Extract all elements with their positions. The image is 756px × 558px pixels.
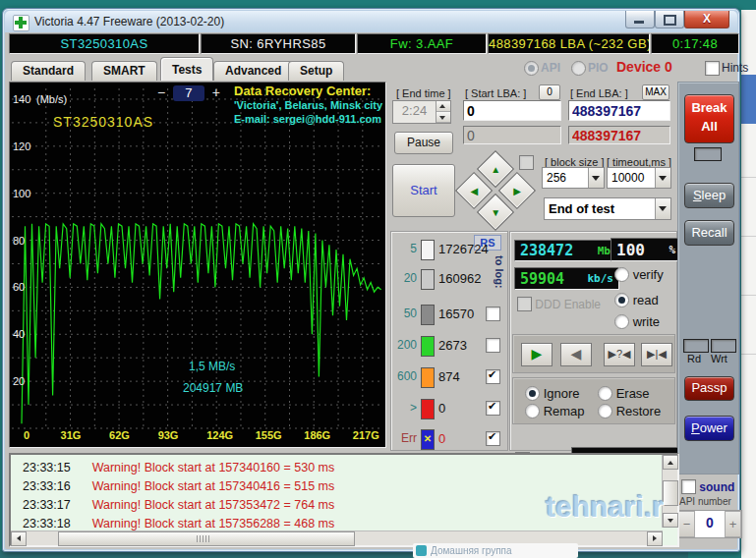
wrt-led bbox=[711, 339, 736, 353]
latency-stats-panel: RS to log: 51726724201609625016570200267… bbox=[390, 231, 508, 451]
api-number-spinner: − 0 + bbox=[677, 510, 742, 538]
maximize-button[interactable] bbox=[655, 11, 684, 28]
x-tick-label: 31G bbox=[61, 429, 82, 441]
scroll-right-icon[interactable] bbox=[647, 531, 663, 546]
tab-advanced[interactable]: Advanced bbox=[213, 61, 293, 81]
to-log-checkbox[interactable] bbox=[486, 307, 500, 321]
hints-checkbox[interactable] bbox=[705, 61, 720, 76]
to-log-checkbox[interactable] bbox=[486, 338, 500, 353]
mode-radio-read[interactable] bbox=[614, 293, 629, 307]
play-button[interactable]: ▶ bbox=[521, 343, 552, 366]
minimize-button[interactable] bbox=[625, 11, 655, 28]
x-tick-label: 155G bbox=[256, 429, 282, 441]
api-radio[interactable] bbox=[524, 61, 539, 76]
window-content: ST3250310AS SN: 6RYHRS85 Fw: 3.AAF 48839… bbox=[5, 32, 737, 549]
log-message: Warning! Block start at 157356288 = 468 … bbox=[92, 517, 335, 530]
reverse-button[interactable]: ◀ bbox=[560, 343, 592, 366]
end-lba-max-button[interactable]: MAX bbox=[642, 84, 669, 100]
scroll-down-icon[interactable] bbox=[663, 513, 678, 528]
current-lba-field bbox=[463, 126, 561, 144]
latency-threshold-label: 20 bbox=[395, 271, 417, 285]
spin-minus-button[interactable]: − bbox=[678, 511, 695, 537]
end-time-spinner[interactable]: 2:24 bbox=[392, 100, 451, 124]
tab-standard[interactable]: Standard bbox=[11, 61, 86, 81]
break-all-button[interactable]: Break All bbox=[684, 94, 734, 143]
action-radio-erase[interactable] bbox=[598, 386, 612, 401]
log-time: 23:33:16 bbox=[23, 479, 71, 493]
action-radio-ignore[interactable] bbox=[525, 386, 540, 401]
end-lba-input[interactable] bbox=[568, 100, 670, 121]
action-row-remap: Remap bbox=[525, 404, 585, 418]
y-tick-label: 120 bbox=[13, 140, 30, 152]
latency-row-600: 600874 bbox=[395, 367, 503, 387]
title-bar[interactable]: Victoria 4.47 Freeware (2013-02-20) X bbox=[5, 11, 737, 32]
seek-edge-button[interactable]: ▶|◀ bbox=[641, 343, 672, 366]
reverse-icon: ◀ bbox=[571, 346, 582, 362]
x-tick-label: 217G bbox=[353, 429, 379, 441]
zoom-out-button[interactable]: − bbox=[153, 84, 169, 100]
zoom-in-button[interactable]: + bbox=[208, 84, 224, 100]
app-icon bbox=[13, 15, 29, 31]
dropdown-arrow-icon[interactable] bbox=[655, 168, 670, 188]
mode-radio-verify[interactable] bbox=[614, 267, 629, 282]
tab-tests[interactable]: Tests bbox=[160, 57, 213, 81]
action-strip: Ignore Erase Remap Restore bbox=[512, 377, 675, 424]
action-radio-remap[interactable] bbox=[525, 404, 540, 418]
percent-unit: % bbox=[669, 244, 675, 256]
log-message: Warning! Block start at 157340416 = 515 … bbox=[92, 479, 335, 493]
event-log[interactable]: 23:33:15Warning! Block start at 15734016… bbox=[9, 453, 679, 547]
spin-plus-button[interactable]: + bbox=[725, 511, 741, 537]
power-button[interactable]: Power bbox=[684, 416, 734, 441]
to-log-checkbox[interactable] bbox=[486, 431, 500, 446]
latency-count: 160962 bbox=[438, 271, 481, 286]
action-radio-restore[interactable] bbox=[598, 404, 612, 418]
latency-count: 1726724 bbox=[438, 242, 489, 256]
dropdown-arrow-icon[interactable] bbox=[655, 198, 670, 219]
thumb-grip bbox=[197, 535, 210, 542]
start-lba-reset-button[interactable]: 0 bbox=[539, 84, 560, 100]
scroll-thumb[interactable] bbox=[58, 531, 355, 546]
busy-led bbox=[694, 147, 722, 161]
action-label: Restore bbox=[616, 404, 662, 418]
x-tick-label: 0 bbox=[24, 429, 29, 441]
latency-threshold-label: 600 bbox=[395, 369, 417, 383]
log-time: 23:33:15 bbox=[23, 461, 71, 474]
drive-model: ST3250310AS bbox=[9, 33, 200, 54]
passp-button[interactable]: Passp bbox=[684, 376, 734, 401]
scan-graph[interactable]: 14012010080604020(Mb/s)031G62G93G124G155… bbox=[9, 82, 386, 448]
close-button[interactable]: X bbox=[684, 11, 729, 28]
scroll-left-icon[interactable] bbox=[11, 531, 27, 546]
mode-radio-write[interactable] bbox=[614, 314, 629, 329]
dropdown-arrow-icon[interactable] bbox=[588, 168, 604, 188]
speed-value: 59904 bbox=[520, 270, 564, 288]
tab-setup[interactable]: Setup bbox=[288, 61, 344, 81]
seek-question-button[interactable]: ▶?◀ bbox=[604, 343, 635, 366]
timeout-dropdown[interactable]: 10000 bbox=[607, 167, 671, 189]
latency-color-box bbox=[421, 336, 435, 357]
side-panel: Break All Sleep Recall Rd Wrt Passp Powe… bbox=[677, 82, 739, 474]
ddd-checkbox[interactable] bbox=[517, 297, 532, 311]
end-action-dropdown[interactable]: End of test bbox=[544, 197, 671, 220]
recall-button[interactable]: Recall bbox=[684, 220, 734, 246]
sleep-button[interactable]: Sleep bbox=[684, 183, 734, 208]
scroll-thumb[interactable] bbox=[663, 480, 678, 506]
sound-checkbox[interactable] bbox=[681, 479, 696, 494]
latency-count: 0 bbox=[438, 401, 445, 416]
log-vertical-scrollbar[interactable] bbox=[662, 455, 677, 528]
pio-radio[interactable] bbox=[571, 61, 586, 76]
to-log-checkbox[interactable] bbox=[486, 401, 500, 416]
latency-count: 0 bbox=[438, 431, 445, 446]
mode-row-read: read bbox=[614, 293, 659, 307]
tab-smart[interactable]: SMART bbox=[91, 61, 157, 81]
start-lba-input[interactable] bbox=[463, 100, 561, 121]
start-button[interactable]: Start bbox=[392, 164, 455, 217]
tab-bar: Standard SMART Tests Advanced Setup API … bbox=[5, 57, 737, 81]
nav-option-checkbox[interactable] bbox=[519, 155, 534, 170]
drive-serial: SN: 6RYHRS85 bbox=[201, 33, 356, 54]
scroll-up-icon[interactable] bbox=[663, 455, 678, 470]
to-log-checkbox[interactable] bbox=[486, 369, 500, 384]
block-size-dropdown[interactable]: 256 bbox=[542, 167, 605, 189]
spin-up-icon[interactable] bbox=[436, 101, 450, 112]
pause-button[interactable]: Pause bbox=[394, 132, 453, 154]
spin-down-icon[interactable] bbox=[436, 112, 450, 123]
